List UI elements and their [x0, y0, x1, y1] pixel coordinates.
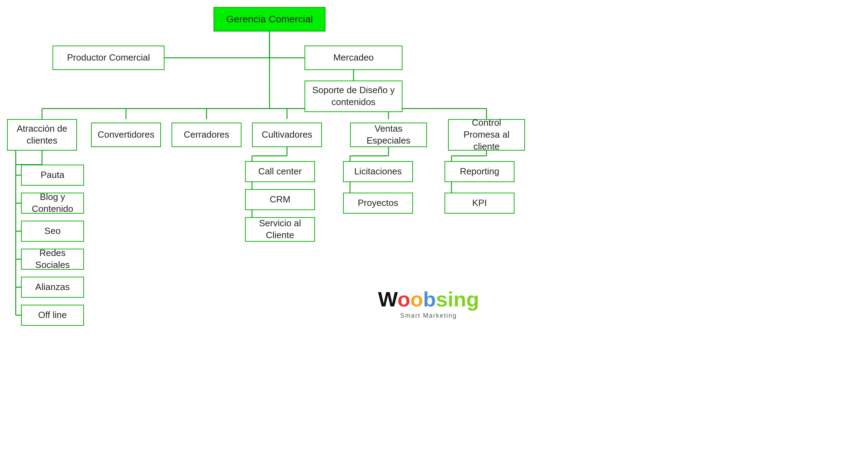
logo-subtitle: Smart Marketing — [378, 312, 479, 319]
node-crm: CRM — [245, 189, 315, 210]
node-proyectos: Proyectos — [343, 193, 413, 214]
node-productor: Productor Comercial — [52, 46, 164, 70]
node-convertidores: Convertidores — [91, 123, 161, 147]
node-servicio: Servicio al Cliente — [245, 217, 315, 242]
node-redes: Redes Sociales — [21, 249, 84, 270]
node-mercadeo: Mercadeo — [304, 46, 402, 70]
node-ventas: Ventas Especiales — [350, 123, 427, 147]
node-kpi: KPI — [444, 193, 514, 214]
node-cultivadores: Cultivadores — [252, 123, 322, 147]
node-root: Gerencia Comercial — [214, 7, 326, 32]
node-cerradores: Cerradores — [172, 123, 241, 147]
woobsing-logo: Woobsing Smart Marketing — [378, 287, 479, 319]
node-pauta: Pauta — [21, 165, 84, 186]
node-licitaciones: Licitaciones — [343, 161, 413, 182]
node-offline: Off line — [21, 305, 84, 326]
node-control: Control Promesa al cliente — [448, 119, 525, 151]
node-blog: Blog y Contenido — [21, 193, 84, 214]
node-callcenter: Call center — [245, 161, 315, 182]
org-chart: Gerencia Comercial Productor Comercial M… — [0, 0, 868, 449]
node-reporting: Reporting — [444, 161, 514, 182]
node-seo: Seo — [21, 221, 84, 242]
node-atraccion: Atracción de clientes — [7, 119, 77, 151]
node-soporte: Soporte de Diseño y contenidos — [304, 81, 402, 112]
node-alianzas: Alianzas — [21, 277, 84, 298]
